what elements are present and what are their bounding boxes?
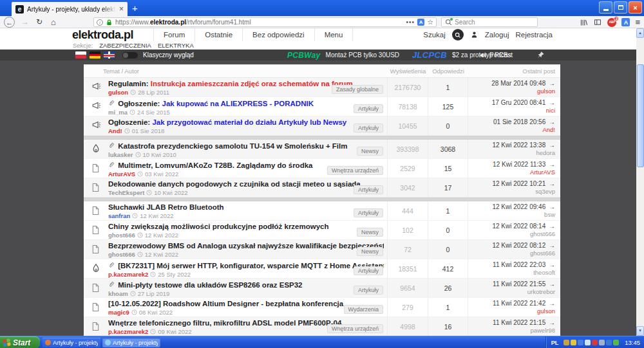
page-scrollbar[interactable]: ▲ ▼ bbox=[636, 28, 644, 336]
category-badge[interactable]: Zasady globalne bbox=[332, 85, 383, 94]
topic-row[interactable]: Regulamin: Instrukcja zamieszczania zdję… bbox=[84, 78, 560, 97]
close-button[interactable]: × bbox=[629, 1, 642, 14]
last-post-author-link[interactable]: And! bbox=[542, 126, 555, 133]
minimize-button[interactable] bbox=[599, 1, 612, 14]
topic-title-link[interactable]: Bezprzewodowy BMS od Analoga uzyskał naj… bbox=[108, 242, 384, 250]
new-tab-button[interactable]: + bbox=[132, 2, 138, 15]
category-badge[interactable]: Newsy bbox=[357, 228, 383, 237]
login-link[interactable]: Zaloguj bbox=[485, 31, 509, 39]
column-header-last-post[interactable]: Ostatni post bbox=[468, 68, 560, 75]
url-bar[interactable]: i https://www.elektroda.pl/rtvforum/foru… bbox=[93, 17, 437, 27]
topic-row[interactable]: Katastrofa prezydenckiego samolotu TU-15… bbox=[84, 140, 560, 159]
bookmark-star-icon[interactable]: ☆ bbox=[427, 18, 433, 26]
go-to-last-post-icon[interactable]: → bbox=[549, 180, 555, 187]
home-button[interactable]: ⌂ bbox=[48, 17, 59, 28]
go-to-last-post-icon[interactable]: → bbox=[549, 261, 555, 268]
taskbar-window-button[interactable]: Artykuły - projekty, u... bbox=[102, 338, 160, 347]
topic-title-link[interactable]: Chiny zwiększają możliwości produkcyjne … bbox=[108, 223, 329, 230]
topic-row[interactable]: [BK7231T] Mój serwer HTTP, konfigurator,… bbox=[84, 259, 560, 279]
site-logo[interactable]: elektroda.pl bbox=[72, 28, 133, 41]
category-badge[interactable]: Wnętrza urządzeń bbox=[327, 166, 383, 175]
go-to-last-post-icon[interactable]: → bbox=[549, 280, 555, 288]
topic-author-link[interactable]: p.kaczmarek2 bbox=[108, 328, 148, 335]
taskbar-window-button[interactable]: Artykuły - projekty, u... bbox=[43, 338, 100, 347]
translate-icon[interactable]: A bbox=[417, 19, 424, 26]
go-to-last-post-icon[interactable]: → bbox=[549, 118, 555, 125]
topic-row[interactable]: Ogłoszenie: Jak kupować na ALIEXPRESS - … bbox=[84, 97, 560, 116]
category-badge[interactable]: Wydarzenia bbox=[344, 305, 383, 314]
topic-title-link[interactable]: Jak kupować na ALIEXPRESS - PORADNIK bbox=[162, 100, 314, 107]
go-to-last-post-icon[interactable]: → bbox=[549, 80, 555, 87]
topic-author-link[interactable]: p.kaczmarek2 bbox=[108, 271, 148, 278]
topic-author-link[interactable]: khoam bbox=[108, 290, 128, 297]
nav-item-ostatnie[interactable]: Ostatnie bbox=[194, 28, 242, 41]
topic-row[interactable]: Chiny zwiększają możliwości produkcyjne … bbox=[84, 221, 560, 240]
clock[interactable]: 13:45 bbox=[625, 339, 640, 346]
column-header-topic[interactable]: Temat / Autor bbox=[84, 68, 388, 75]
column-header-views[interactable]: Wyświetlenia bbox=[388, 68, 428, 75]
category-badge[interactable]: Newsy bbox=[357, 147, 383, 156]
topic-title-link[interactable]: Jak przygotować materiał do działu Artyk… bbox=[152, 118, 346, 126]
section-link-zabezpieczenia[interactable]: ZABEZPIECZENIA bbox=[99, 42, 151, 49]
register-link[interactable]: Rejestracja bbox=[515, 31, 553, 39]
topic-title-link[interactable]: Wnętrze telefonicznego filtru, mikrofilt… bbox=[108, 319, 341, 327]
topic-title-link[interactable]: [BK7231T] Mój serwer HTTP, konfigurator,… bbox=[118, 262, 384, 270]
nav-item-menu[interactable]: Menu bbox=[314, 28, 354, 41]
pin-icon[interactable] bbox=[536, 51, 545, 59]
topic-author-link[interactable]: And! bbox=[108, 127, 122, 134]
flag-de-icon[interactable] bbox=[90, 51, 100, 59]
info-icon[interactable]: i bbox=[97, 19, 103, 26]
scrollbar-thumb[interactable] bbox=[637, 64, 644, 167]
go-to-last-post-icon[interactable]: → bbox=[549, 223, 555, 230]
topic-title-link[interactable]: [10-12.05.2022] Roadshow Altium Designer… bbox=[108, 300, 343, 307]
menu-icon[interactable]: ≡ bbox=[635, 18, 640, 27]
antivirus-icon[interactable] bbox=[613, 340, 619, 345]
topic-row[interactable]: Mini-płyty testowe dla układów ESP8266 o… bbox=[84, 279, 560, 298]
topic-row[interactable]: [10-12.05.2022] Roadshow Altium Designer… bbox=[84, 298, 560, 317]
scroll-down-arrow[interactable]: ▼ bbox=[636, 326, 644, 336]
forward-button[interactable]: → bbox=[19, 17, 31, 28]
reload-button[interactable]: ↻ bbox=[33, 17, 45, 28]
magnifier-icon[interactable] bbox=[585, 340, 591, 345]
go-to-last-post-icon[interactable]: → bbox=[549, 161, 555, 168]
category-badge[interactable]: Artykuły bbox=[354, 286, 383, 295]
classic-view-toggle[interactable] bbox=[122, 52, 138, 59]
restore-button[interactable] bbox=[614, 1, 627, 14]
topic-author-link[interactable]: magic9 bbox=[108, 309, 129, 316]
scroll-up-arrow[interactable]: ▲ bbox=[636, 28, 644, 38]
network-icon[interactable] bbox=[606, 340, 612, 345]
category-badge[interactable]: Newsy bbox=[357, 247, 383, 256]
column-header-replies[interactable]: Odpowiedzi bbox=[428, 68, 468, 75]
last-post-author-link[interactable]: theosoft bbox=[533, 269, 555, 276]
last-post-author-link[interactable]: nici bbox=[546, 107, 555, 114]
category-badge[interactable]: Artykuły bbox=[354, 185, 383, 194]
last-post-author-link[interactable]: gulson bbox=[537, 307, 555, 315]
topic-author-link[interactable]: lukasker bbox=[108, 151, 133, 158]
topic-title-link[interactable]: Multimetr, Lomvum/AKoZo T28B. Zaglądamy … bbox=[118, 161, 312, 169]
pcbway-ad-text[interactable]: Montaż PCB tylko 30USD bbox=[326, 51, 400, 59]
topic-row[interactable]: Multimetr, Lomvum/AKoZo T28B. Zaglądamy … bbox=[84, 159, 560, 178]
topic-row[interactable]: Słuchawki JLAB Retro Bluetooth sanfran 1… bbox=[84, 201, 560, 221]
topic-author-link[interactable]: ghost666 bbox=[108, 251, 135, 258]
category-badge[interactable]: Artykuły bbox=[354, 124, 383, 133]
topic-title-link[interactable]: Katastrofa prezydenckiego samolotu TU-15… bbox=[118, 142, 347, 150]
start-button[interactable]: Start bbox=[0, 336, 40, 348]
library-icon[interactable] bbox=[579, 18, 588, 27]
topic-row[interactable]: Dekodowanie danych pogodowych z czujnika… bbox=[84, 178, 560, 197]
adblock-icon[interactable]: ABP2 bbox=[607, 18, 616, 27]
search-bar[interactable]: Search bbox=[441, 17, 538, 27]
category-badge[interactable]: Artykuły bbox=[354, 208, 383, 217]
last-post-author-link[interactable]: sq3evp bbox=[535, 188, 555, 195]
sidebar-icon[interactable] bbox=[593, 18, 602, 26]
nav-item-bez-odpowiedzi[interactable]: Bez odpowiedzi bbox=[242, 28, 314, 41]
topic-author-link[interactable]: TechEkspert bbox=[108, 189, 144, 196]
last-post-author-link[interactable]: ghost666 bbox=[530, 250, 555, 257]
nav-item-forum[interactable]: Forum bbox=[153, 28, 194, 41]
go-to-last-post-icon[interactable]: → bbox=[549, 242, 555, 249]
topic-title-link[interactable]: Słuchawki JLAB Retro Bluetooth bbox=[108, 203, 224, 211]
flag-uk-icon[interactable] bbox=[104, 51, 115, 59]
back-button[interactable]: ← bbox=[4, 17, 15, 28]
topic-title-link[interactable]: Mini-płyty testowe dla układów ESP8266 o… bbox=[118, 281, 302, 289]
topic-row[interactable]: Wnętrze telefonicznego filtru, mikrofilt… bbox=[84, 317, 560, 336]
go-to-last-post-icon[interactable]: → bbox=[549, 300, 555, 307]
